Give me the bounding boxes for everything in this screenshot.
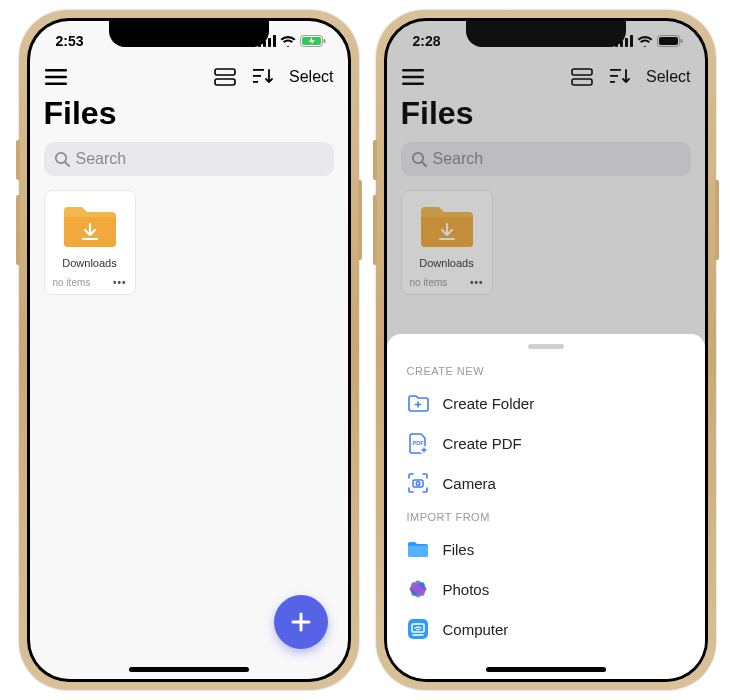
add-button[interactable] <box>274 595 328 649</box>
folder-name: Downloads <box>51 257 129 269</box>
svg-rect-2 <box>268 38 271 47</box>
svg-rect-8 <box>45 76 67 78</box>
search-icon <box>54 151 70 167</box>
camera-scan-icon <box>407 472 429 494</box>
pdf-plus-icon: PDF <box>407 432 429 454</box>
sheet-item-photos[interactable]: Photos <box>387 569 705 609</box>
photos-app-icon <box>407 578 429 600</box>
action-sheet: CREATE NEW Create Folder PDF Create PDF <box>387 334 705 679</box>
plus-icon <box>289 610 313 634</box>
svg-rect-10 <box>215 69 235 75</box>
sheet-grabber[interactable] <box>528 344 564 349</box>
sheet-item-create-folder[interactable]: Create Folder <box>387 383 705 423</box>
notch <box>109 21 269 47</box>
battery-icon <box>300 35 326 47</box>
folder-plus-icon <box>407 392 429 414</box>
svg-point-39 <box>416 482 420 486</box>
computer-icon <box>407 618 429 640</box>
files-app-icon <box>407 538 429 560</box>
svg-text:PDF: PDF <box>412 440 424 446</box>
folder-icon <box>62 201 118 249</box>
sheet-header-create: CREATE NEW <box>387 357 705 383</box>
phone-right: 2:28 Select <box>376 10 716 690</box>
sheet-item-label: Create Folder <box>443 395 535 412</box>
svg-line-16 <box>65 162 69 166</box>
menu-button[interactable] <box>44 65 68 89</box>
file-grid: Downloads no items ••• <box>30 190 348 295</box>
hamburger-icon <box>45 69 67 85</box>
sheet-item-computer[interactable]: Computer <box>387 609 705 649</box>
status-time: 2:53 <box>56 33 84 49</box>
sheet-item-label: Create PDF <box>443 435 522 452</box>
phone-left: 2:53 Select <box>19 10 359 690</box>
view-toggle-button[interactable] <box>213 65 237 89</box>
folder-item-downloads[interactable]: Downloads no items ••• <box>44 190 136 295</box>
svg-rect-13 <box>253 75 261 77</box>
svg-rect-11 <box>215 79 235 85</box>
svg-rect-14 <box>253 81 258 83</box>
sheet-item-label: Camera <box>443 475 496 492</box>
svg-rect-7 <box>45 69 67 71</box>
folder-count: no items <box>53 277 91 288</box>
search-input[interactable]: Search <box>44 142 334 176</box>
home-indicator[interactable] <box>486 667 606 672</box>
toolbar: Select <box>30 61 348 95</box>
select-button[interactable]: Select <box>289 68 333 86</box>
page-title: Files <box>30 95 348 138</box>
sheet-item-label: Files <box>443 541 475 558</box>
sheet-item-label: Computer <box>443 621 509 638</box>
svg-rect-9 <box>45 83 67 85</box>
sheet-item-files[interactable]: Files <box>387 529 705 569</box>
list-view-icon <box>214 68 236 86</box>
svg-rect-12 <box>253 69 264 71</box>
sheet-item-label: Photos <box>443 581 490 598</box>
svg-rect-6 <box>323 39 325 43</box>
sort-icon <box>252 67 274 87</box>
sheet-item-camera[interactable]: Camera <box>387 463 705 503</box>
search-placeholder: Search <box>76 150 127 168</box>
svg-rect-3 <box>273 35 276 47</box>
sheet-header-import: IMPORT FROM <box>387 503 705 529</box>
folder-more-button[interactable]: ••• <box>113 277 127 288</box>
status-icons <box>258 35 326 47</box>
sheet-item-create-pdf[interactable]: PDF Create PDF <box>387 423 705 463</box>
sort-button[interactable] <box>251 65 275 89</box>
home-indicator[interactable] <box>129 667 249 672</box>
wifi-icon <box>280 35 296 47</box>
